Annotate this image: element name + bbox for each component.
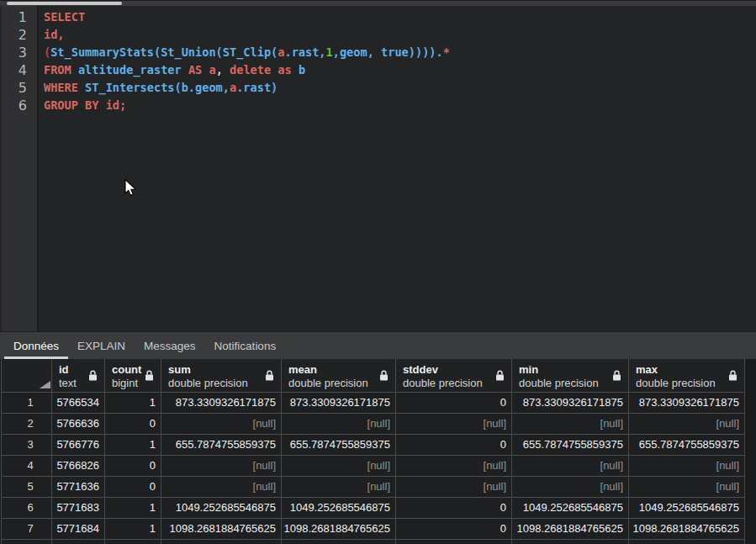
data-cell[interactable]: 5766534 bbox=[52, 393, 105, 414]
data-cell[interactable]: [null] bbox=[629, 456, 745, 477]
data-cell[interactable]: 655.7874755859375 bbox=[161, 435, 282, 456]
editor-horizontal-scrollbar[interactable] bbox=[0, 0, 756, 6]
line-number: 6 bbox=[2, 97, 27, 114]
data-cell[interactable]: [null] bbox=[629, 477, 745, 498]
data-cell[interactable]: 5766636 bbox=[52, 414, 105, 435]
tab-explain[interactable]: EXPLAIN bbox=[68, 332, 135, 359]
row-number-cell[interactable]: 1 bbox=[1, 393, 52, 414]
data-cell[interactable]: 655.7874755859375 bbox=[512, 435, 629, 456]
column-header-count[interactable]: countbigint bbox=[105, 359, 161, 393]
data-cell[interactable]: 5771684 bbox=[52, 519, 105, 540]
data-cell[interactable]: 1098.2681884765625 bbox=[629, 519, 745, 540]
sql-code-area[interactable]: SELECTid,(St_SummaryStats(St_Union(ST_Cl… bbox=[39, 6, 450, 331]
column-name: sum bbox=[168, 363, 274, 377]
data-cell[interactable]: 0 bbox=[396, 393, 512, 414]
data-cell[interactable]: 1049.252685546875 bbox=[512, 498, 629, 519]
sql-token bbox=[182, 63, 188, 77]
column-type: double precision bbox=[168, 377, 274, 390]
empty-cell bbox=[396, 540, 512, 544]
data-cell[interactable]: [null] bbox=[396, 414, 512, 435]
column-header-stddev[interactable]: stddevdouble precision bbox=[396, 359, 512, 393]
empty-cell bbox=[282, 540, 396, 544]
sql-token: ,geom, true)))). bbox=[333, 45, 443, 59]
data-cell[interactable]: 0 bbox=[105, 456, 161, 477]
column-name: mean bbox=[288, 363, 389, 377]
data-cell[interactable]: 1 bbox=[105, 393, 161, 414]
data-cell[interactable]: 873.3309326171875 bbox=[282, 393, 396, 414]
select-all-triangle-icon[interactable] bbox=[40, 381, 50, 388]
code-line[interactable]: (St_SummaryStats(St_Union(ST_Clip(a.rast… bbox=[44, 44, 450, 61]
column-header-sum[interactable]: sumdouble precision bbox=[161, 359, 282, 393]
data-cell[interactable]: 1098.2681884765625 bbox=[282, 519, 396, 540]
data-cell[interactable]: 873.3309326171875 bbox=[629, 393, 745, 414]
data-cell[interactable]: 1 bbox=[105, 435, 161, 456]
table-row: 6577168311049.2526855468751049.252685546… bbox=[1, 498, 745, 519]
tab-label: Données bbox=[13, 340, 59, 352]
row-number-cell[interactable]: 4 bbox=[1, 456, 52, 477]
line-number: 5 bbox=[2, 79, 27, 97]
scrollbar-thumb[interactable] bbox=[7, 2, 122, 5]
data-cell[interactable]: 1 bbox=[105, 519, 161, 540]
data-cell[interactable]: 1098.2681884765625 bbox=[161, 519, 282, 540]
select-all-corner-cell[interactable] bbox=[1, 359, 52, 393]
row-number-cell[interactable]: 3 bbox=[1, 435, 52, 456]
data-cell[interactable]: [null] bbox=[161, 477, 282, 498]
row-number-cell[interactable]: 6 bbox=[1, 498, 52, 519]
pgadmin-query-tool-window: 123456 SELECTid,(St_SummaryStats(St_Unio… bbox=[0, 0, 756, 544]
tab-notifications[interactable]: Notifications bbox=[205, 332, 286, 359]
line-number: 4 bbox=[2, 61, 27, 79]
data-cell[interactable]: [null] bbox=[396, 477, 512, 498]
data-cell[interactable]: 0 bbox=[396, 435, 512, 456]
sql-token: SELECT bbox=[44, 10, 85, 24]
sql-token: ( bbox=[44, 45, 50, 59]
code-line[interactable]: id, bbox=[44, 26, 450, 44]
data-cell[interactable]: [null] bbox=[161, 456, 282, 477]
data-cell[interactable]: 0 bbox=[105, 477, 161, 498]
data-cell[interactable]: [null] bbox=[512, 456, 629, 477]
data-cell[interactable]: 1049.252685546875 bbox=[161, 498, 282, 519]
sql-token: altitude_raster bbox=[78, 63, 182, 77]
data-cell[interactable]: 873.3309326171875 bbox=[512, 393, 629, 414]
data-cell[interactable]: 5766776 bbox=[52, 435, 105, 456]
data-cell[interactable]: 1049.252685546875 bbox=[282, 498, 396, 519]
data-cell[interactable]: 5771683 bbox=[52, 498, 105, 519]
column-header-max[interactable]: maxdouble precision bbox=[629, 359, 745, 393]
data-cell[interactable]: 1049.252685546875 bbox=[629, 498, 745, 519]
sql-token: b bbox=[299, 63, 305, 77]
data-cell[interactable]: [null] bbox=[629, 414, 745, 435]
data-cell[interactable]: 5771636 bbox=[52, 477, 105, 498]
row-number-cell[interactable]: 5 bbox=[1, 477, 52, 498]
data-cell[interactable]: [null] bbox=[161, 414, 282, 435]
data-cell[interactable]: 0 bbox=[105, 414, 161, 435]
column-header-min[interactable]: mindouble precision bbox=[512, 359, 629, 393]
data-cell[interactable]: 655.7874755859375 bbox=[282, 435, 396, 456]
data-cell[interactable]: [null] bbox=[396, 456, 512, 477]
code-line[interactable]: GROUP BY id; bbox=[44, 97, 450, 114]
code-line[interactable]: FROM altitude_raster AS a, delete as b bbox=[44, 61, 450, 79]
code-line[interactable]: WHERE ST_Intersects(b.geom,a.rast) bbox=[44, 79, 450, 97]
tab-messages[interactable]: Messages bbox=[135, 332, 205, 359]
data-cell[interactable]: [null] bbox=[282, 477, 396, 498]
data-cell[interactable]: 873.3309326171875 bbox=[161, 393, 282, 414]
data-cell[interactable]: [null] bbox=[282, 456, 396, 477]
data-cell[interactable]: [null] bbox=[512, 414, 629, 435]
tab-donnees[interactable]: Données bbox=[4, 332, 68, 359]
data-cell[interactable]: 0 bbox=[396, 498, 512, 519]
empty-cell bbox=[52, 540, 105, 544]
data-cell[interactable]: [null] bbox=[282, 414, 396, 435]
row-number-cell[interactable]: 2 bbox=[1, 414, 52, 435]
row-number-cell[interactable]: 7 bbox=[1, 519, 52, 540]
table-row: 557716360[null][null][null][null][null] bbox=[1, 477, 745, 498]
tab-label: Notifications bbox=[214, 340, 277, 352]
data-cell[interactable]: [null] bbox=[512, 477, 629, 498]
data-cell[interactable]: 1098.2681884765625 bbox=[512, 519, 629, 540]
sql-editor[interactable]: 123456 SELECTid,(St_SummaryStats(St_Unio… bbox=[0, 6, 756, 331]
data-cell[interactable]: 5766826 bbox=[52, 456, 105, 477]
column-type: double precision bbox=[519, 377, 621, 390]
data-cell[interactable]: 0 bbox=[396, 519, 512, 540]
column-header-mean[interactable]: meandouble precision bbox=[282, 359, 396, 393]
data-cell[interactable]: 1 bbox=[105, 498, 161, 519]
code-line[interactable]: SELECT bbox=[44, 8, 450, 26]
data-cell[interactable]: 655.7874755859375 bbox=[629, 435, 745, 456]
column-header-id[interactable]: idtext bbox=[52, 359, 105, 393]
